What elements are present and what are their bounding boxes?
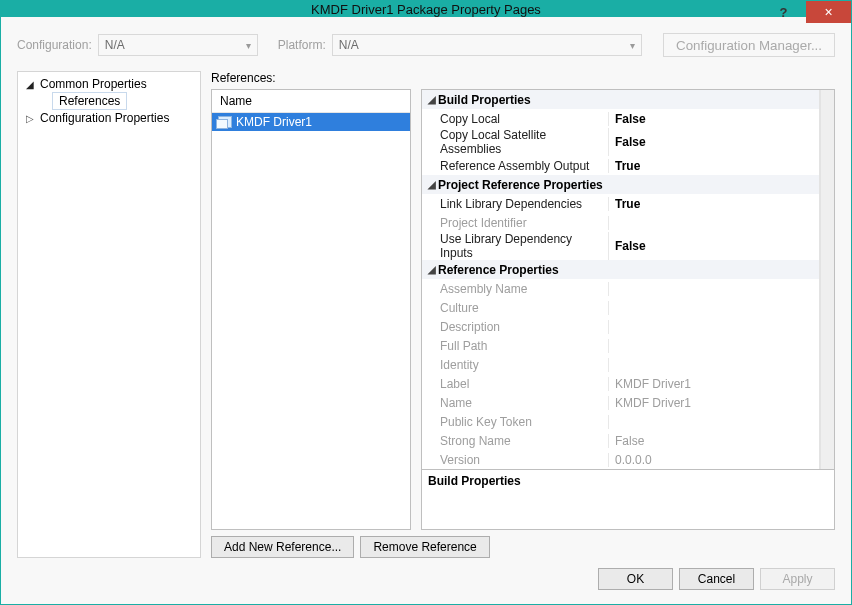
collapse-icon[interactable]: ◢ [426, 94, 438, 105]
tree-label: Configuration Properties [40, 111, 169, 125]
property-name: Culture [422, 301, 609, 315]
property-category[interactable]: ◢ Build Properties [422, 90, 819, 109]
list-column-header[interactable]: Name [212, 90, 410, 113]
property-value[interactable]: True [609, 159, 819, 173]
property-value: 0.0.0.0 [609, 453, 819, 467]
scrollbar[interactable] [820, 90, 834, 469]
references-list[interactable]: Name KMDF Driver1 [211, 89, 411, 530]
property-row[interactable]: Copy Local Satellite Assemblies False [422, 128, 819, 156]
configuration-value: N/A [105, 38, 125, 52]
property-value: False [609, 434, 819, 448]
property-name: Label [422, 377, 609, 391]
configuration-label: Configuration: [17, 38, 92, 52]
property-row[interactable]: Name KMDF Driver1 [422, 393, 819, 412]
reference-buttons: Add New Reference... Remove Reference [211, 536, 835, 558]
chevron-down-icon: ▾ [246, 40, 251, 51]
property-row[interactable]: Version 0.0.0.0 [422, 450, 819, 469]
property-row[interactable]: Link Library Dependencies True [422, 194, 819, 213]
property-row[interactable]: Assembly Name [422, 279, 819, 298]
property-name: Copy Local Satellite Assemblies [422, 128, 609, 156]
ok-button[interactable]: OK [598, 568, 673, 590]
dialog-content: Configuration: N/A ▾ Platform: N/A ▾ Con… [1, 17, 851, 604]
property-value[interactable]: False [609, 135, 819, 149]
property-name: Name [422, 396, 609, 410]
property-row[interactable]: Project Identifier [422, 213, 819, 232]
property-description-title: Build Properties [428, 474, 828, 488]
titlebar-controls: ? × [761, 1, 851, 23]
add-new-reference-button[interactable]: Add New Reference... [211, 536, 354, 558]
property-name: Use Library Dependency Inputs [422, 232, 609, 260]
property-row[interactable]: Reference Assembly Output True [422, 156, 819, 175]
tree-item-configuration-properties[interactable]: ▷ Configuration Properties [18, 110, 200, 126]
property-row[interactable]: Full Path [422, 336, 819, 355]
main-area: ◢ Common Properties References ▷ Configu… [17, 71, 835, 558]
property-description-panel: Build Properties [422, 469, 834, 529]
project-reference-icon [218, 116, 232, 128]
property-grid-body: ◢ Build Properties Copy Local False Copy… [422, 90, 834, 469]
tree-item-references[interactable]: References [52, 92, 127, 110]
tree-item-common-properties[interactable]: ◢ Common Properties [18, 76, 200, 92]
expand-icon[interactable]: ▷ [24, 113, 36, 124]
platform-combo[interactable]: N/A ▾ [332, 34, 642, 56]
tree-label: Common Properties [40, 77, 147, 91]
property-category[interactable]: ◢ Project Reference Properties [422, 175, 819, 194]
property-name: Assembly Name [422, 282, 609, 296]
property-row[interactable]: Copy Local False [422, 109, 819, 128]
platform-label: Platform: [278, 38, 326, 52]
property-name: Project Identifier [422, 216, 609, 230]
property-name: Strong Name [422, 434, 609, 448]
property-row[interactable]: Use Library Dependency Inputs False [422, 232, 819, 260]
property-value[interactable]: True [609, 197, 819, 211]
list-item[interactable]: KMDF Driver1 [212, 113, 410, 131]
property-row[interactable]: Label KMDF Driver1 [422, 374, 819, 393]
property-name: Description [422, 320, 609, 334]
category-tree[interactable]: ◢ Common Properties References ▷ Configu… [17, 71, 201, 558]
chevron-down-icon: ▾ [630, 40, 635, 51]
remove-reference-button[interactable]: Remove Reference [360, 536, 489, 558]
help-button[interactable]: ? [761, 1, 806, 23]
property-value: KMDF Driver1 [609, 396, 819, 410]
cancel-button[interactable]: Cancel [679, 568, 754, 590]
property-name: Identity [422, 358, 609, 372]
category-label: Project Reference Properties [438, 178, 603, 192]
configuration-row: Configuration: N/A ▾ Platform: N/A ▾ Con… [17, 33, 835, 57]
close-button[interactable]: × [806, 1, 851, 23]
property-pages-window: KMDF Driver1 Package Property Pages ? × … [1, 1, 851, 604]
dialog-buttons: OK Cancel Apply [17, 558, 835, 594]
property-row[interactable]: Identity [422, 355, 819, 374]
titlebar: KMDF Driver1 Package Property Pages ? × [1, 1, 851, 17]
property-value[interactable]: False [609, 239, 819, 253]
property-row[interactable]: Culture [422, 298, 819, 317]
collapse-icon[interactable]: ◢ [426, 264, 438, 275]
property-name: Full Path [422, 339, 609, 353]
right-panel: References: Name KMDF Driver1 [211, 71, 835, 558]
references-label: References: [211, 71, 835, 85]
apply-button[interactable]: Apply [760, 568, 835, 590]
property-name: Link Library Dependencies [422, 197, 609, 211]
platform-value: N/A [339, 38, 359, 52]
property-name: Version [422, 453, 609, 467]
configuration-manager-button[interactable]: Configuration Manager... [663, 33, 835, 57]
category-label: Build Properties [438, 93, 531, 107]
property-row[interactable]: Strong Name False [422, 431, 819, 450]
category-label: Reference Properties [438, 263, 559, 277]
property-row[interactable]: Public Key Token [422, 412, 819, 431]
property-value: KMDF Driver1 [609, 377, 819, 391]
configuration-combo[interactable]: N/A ▾ [98, 34, 258, 56]
property-category[interactable]: ◢ Reference Properties [422, 260, 819, 279]
list-item-label: KMDF Driver1 [236, 115, 312, 129]
property-grid: ◢ Build Properties Copy Local False Copy… [421, 89, 835, 530]
collapse-icon[interactable]: ◢ [426, 179, 438, 190]
property-value[interactable]: False [609, 112, 819, 126]
expand-icon[interactable]: ◢ [24, 79, 36, 90]
property-name: Copy Local [422, 112, 609, 126]
property-row[interactable]: Description [422, 317, 819, 336]
property-name: Public Key Token [422, 415, 609, 429]
window-title: KMDF Driver1 Package Property Pages [1, 2, 851, 17]
property-name: Reference Assembly Output [422, 159, 609, 173]
split-panels: Name KMDF Driver1 ◢ Build Properties [211, 89, 835, 530]
